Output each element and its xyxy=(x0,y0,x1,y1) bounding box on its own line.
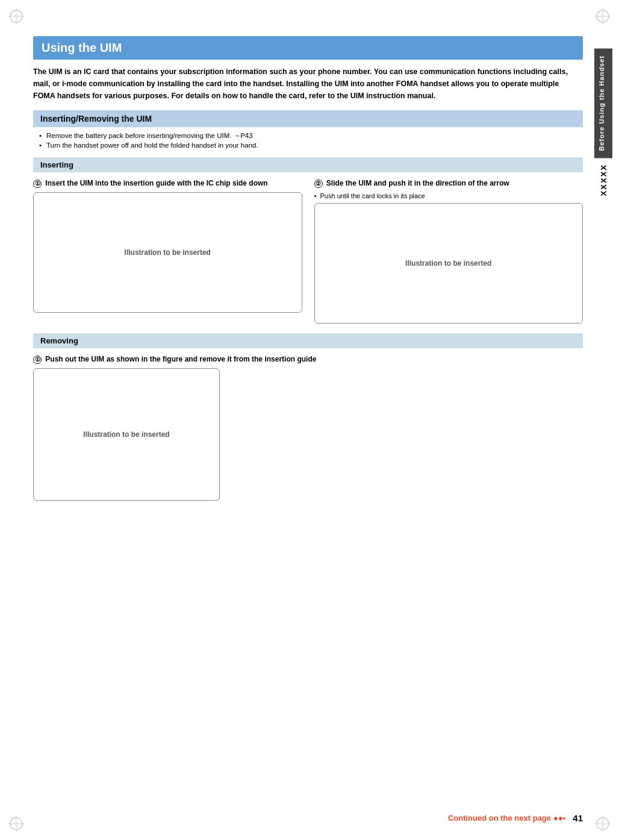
sidebar-xxxxx-label: XXXXX xyxy=(599,164,608,196)
right-sidebar: Before Using the Handset XXXXX xyxy=(588,0,619,840)
intro-paragraph: The UIM is an IC card that contains your… xyxy=(33,66,583,102)
removing-step1-title: ① Push out the UIM as shown in the figur… xyxy=(33,354,583,365)
step1-number: ① xyxy=(33,180,42,188)
footer-area: Continued on the next page ●●• 41 xyxy=(33,813,583,823)
removing-step1-number: ① xyxy=(33,356,42,364)
corner-mark-tl xyxy=(7,7,25,25)
illustration-box-2: Illustration to be inserted xyxy=(314,203,583,324)
main-content: Using the UIM The UIM is an IC card that… xyxy=(33,36,583,804)
removing-step1: ① Push out the UIM as shown in the figur… xyxy=(33,354,583,501)
illustration-box-3: Illustration to be inserted xyxy=(33,368,220,501)
sidebar-tab-label: Before Using the Handset xyxy=(594,48,612,158)
continued-dots: ●●• xyxy=(553,813,565,823)
step2-title: ② Slide the UIM and push it in the direc… xyxy=(314,178,583,189)
inserting-step1: ① Insert the UIM into the insertion guid… xyxy=(33,178,302,324)
title-bar: Using the UIM xyxy=(33,36,583,60)
inserting-header: Inserting xyxy=(33,157,583,172)
page-title: Using the UIM xyxy=(42,41,574,55)
bullet-item: Remove the battery pack before inserting… xyxy=(39,132,583,139)
inserting-step2: ② Slide the UIM and push it in the direc… xyxy=(314,178,583,324)
corner-mark-bl xyxy=(7,815,25,833)
illustration-label-2: Illustration to be inserted xyxy=(405,259,491,268)
inserting-removing-bullets: Remove the battery pack before inserting… xyxy=(33,132,583,149)
page-number: 41 xyxy=(573,813,583,823)
illustration-box-1: Illustration to be inserted xyxy=(33,192,302,313)
step2-number: ② xyxy=(314,180,323,188)
inserting-removing-header: Inserting/Removing the UIM xyxy=(33,110,583,127)
illustration-label-3: Illustration to be inserted xyxy=(83,430,169,439)
step2-subtitle: Push until the card locks in its place xyxy=(314,192,583,199)
inserting-steps: ① Insert the UIM into the insertion guid… xyxy=(33,178,583,324)
removing-header: Removing xyxy=(33,333,583,348)
illustration-label-1: Illustration to be inserted xyxy=(125,248,211,257)
bullet-item: Turn the handset power off and hold the … xyxy=(39,142,583,149)
continued-text: Continued on the next page xyxy=(448,813,551,823)
step1-title: ① Insert the UIM into the insertion guid… xyxy=(33,178,302,189)
